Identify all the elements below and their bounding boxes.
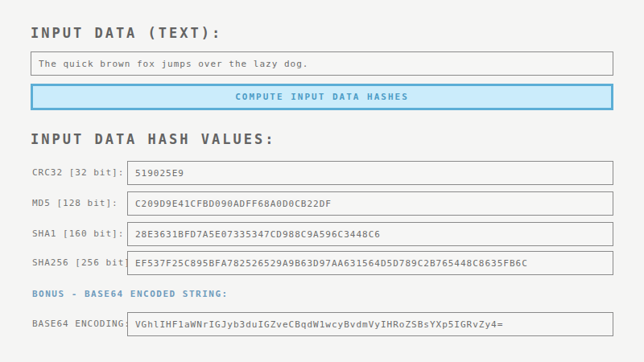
crc32-value-field[interactable] <box>127 161 613 185</box>
sha1-label: SHA1 [160 bit]: <box>32 222 124 246</box>
compute-hashes-button[interactable]: COMPUTE INPUT DATA HASHES <box>31 84 613 110</box>
sha1-value-field[interactable] <box>127 222 613 246</box>
hash-values-section-title: INPUT DATA HASH VALUES: <box>31 131 275 147</box>
sha256-label: SHA256 [256 bit]: <box>32 251 137 275</box>
hash-tool-page: INPUT DATA (TEXT): COMPUTE INPUT DATA HA… <box>0 0 644 362</box>
sha256-value-field[interactable] <box>127 251 613 275</box>
input-data-text-field[interactable] <box>31 51 613 76</box>
input-data-section-title: INPUT DATA (TEXT): <box>31 25 222 41</box>
base64-value-field[interactable] <box>127 312 613 336</box>
base64-encoding-label: BASE64 ENCODING: <box>32 312 130 336</box>
crc32-label: CRC32 [32 bit]: <box>32 161 124 185</box>
bonus-base64-section-title: BONUS - BASE64 ENCODED STRING: <box>32 289 229 299</box>
md5-value-field[interactable] <box>127 191 613 216</box>
md5-label: MD5 [128 bit]: <box>32 191 118 216</box>
